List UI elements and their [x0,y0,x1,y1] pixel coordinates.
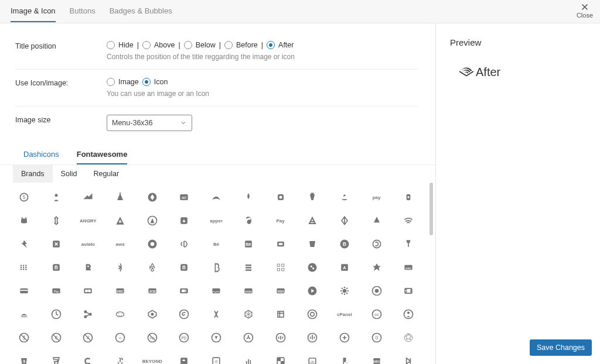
icon-amazon-pay[interactable]: pay [366,188,388,206]
icon-app-store[interactable] [141,212,163,229]
icon-algolia[interactable] [270,188,292,206]
radio-after[interactable] [267,41,275,49]
icon-cloudversify[interactable] [109,305,131,323]
subcat-regular[interactable]: Regular [85,165,127,183]
icon-blogger[interactable]: B [45,259,67,276]
icon-creative-commons-sampling-plus[interactable] [301,329,323,346]
radio-icon[interactable] [142,78,151,86]
icon-confluence[interactable] [205,305,227,323]
icon-creative-commons-pd[interactable]: PD [141,329,163,346]
icon-bandcamp[interactable] [141,235,163,253]
icon-app-store-ios[interactable] [173,212,195,229]
icon-affiliatetheme[interactable] [205,188,227,206]
icon-creative-commons-nc-jp[interactable]: ¥ [77,329,99,346]
icon-css3-alt[interactable] [45,352,67,364]
icon-accessible-icon[interactable] [45,188,67,206]
icon-avianex[interactable] [45,235,67,253]
tab-image-icon[interactable]: Image & Icon [11,1,56,22]
radio-before[interactable] [224,41,233,49]
icon-apple-pay[interactable]: Pay [270,212,292,229]
icon-creative-commons-share[interactable] [333,329,356,346]
icon-cloudsmith[interactable] [77,305,99,323]
icon-buy-n-large[interactable] [301,259,323,276]
icon-artstation[interactable] [301,212,323,229]
icon-accusoft[interactable] [77,188,99,206]
scrollbar[interactable] [429,183,433,235]
icon-connectdevelop[interactable] [237,305,260,323]
icon-buysellads[interactable]: A [333,259,356,276]
icon-airbnb[interactable] [237,188,260,206]
icon-creative-commons-by[interactable] [397,305,420,323]
icon-autoprefixer[interactable] [13,235,35,253]
icon-black-tie[interactable] [397,235,420,253]
icon-angrycreative[interactable]: ANGRY [77,212,99,229]
icon-d-and-d[interactable] [109,352,131,364]
icon-bimobject[interactable] [270,235,292,253]
icon-cpanel[interactable]: cPanel [333,305,356,323]
icon-dhl[interactable] [397,352,420,364]
icon-bity[interactable] [366,235,388,253]
icon-blogger-b[interactable] [77,259,99,276]
icon-creative-commons-sampling[interactable] [270,329,292,346]
icon-cotton-bureau[interactable] [301,305,323,323]
icon-cloudscale[interactable] [45,305,67,323]
icon-cuttlefish[interactable] [77,352,99,364]
icon-buffer[interactable] [237,259,260,276]
icon-aws[interactable]: aws [109,235,131,253]
icon-cc-stripe[interactable]: stripe [237,282,260,300]
tab-fontawesome[interactable]: Fontawesome [77,145,128,164]
icon-angular[interactable] [109,212,131,229]
icon-deezer[interactable]: d [205,352,227,364]
subcat-solid[interactable]: Solid [53,165,86,183]
icon-cc-diners-club[interactable] [77,282,99,300]
icon-centercode[interactable] [301,282,323,300]
tab-buttons[interactable]: Buttons [70,1,96,22]
icon-chromecast[interactable] [397,282,420,300]
icon-blackberry[interactable] [13,259,35,276]
icon-cc-amazon-pay[interactable]: pay [397,259,420,276]
icon-deviantart[interactable]: DEV [366,352,388,364]
icon-cloudflare[interactable] [13,305,35,323]
icon-bitbucket[interactable] [301,235,323,253]
radio-hide[interactable] [107,41,115,49]
icon-codepen[interactable] [141,305,163,323]
icon-btc[interactable] [205,259,227,276]
icon-creative-commons-zero[interactable]: 0 [366,329,388,346]
icon-amilia[interactable] [397,188,420,206]
icon-apple[interactable] [237,212,260,229]
icon-cc-jcb[interactable]: JCB [141,282,163,300]
icon-android[interactable] [13,212,35,229]
icon-audible[interactable] [397,212,420,229]
tab-dashicons[interactable]: Dashicons [23,145,59,164]
icon-behance-square[interactable]: Bē [237,235,260,253]
radio-above[interactable] [142,41,151,49]
icon-creative-commons-nc[interactable]: $ [13,329,35,346]
icon-dev[interactable] [333,352,356,364]
icon-css3[interactable]: 3 [13,352,35,364]
icon-creative-commons-nd[interactable]: = [109,329,131,346]
icon-delicious[interactable] [237,352,260,364]
icon-creative-commons-remix[interactable] [205,329,227,346]
icon-atlassian[interactable] [366,212,388,229]
icon-centos[interactable] [333,282,356,300]
icon-500px[interactable]: 5 [13,188,35,206]
icon-dashcube[interactable] [173,352,195,364]
icon-codiepie[interactable] [173,305,195,323]
icon-cc-visa[interactable]: VISA [270,282,292,300]
icon-bluetooth[interactable] [109,259,131,276]
tab-badges[interactable]: Badges & Bubbles [110,1,172,22]
icon-adn[interactable] [141,188,163,206]
icon-alipay[interactable] [301,188,323,206]
icon-cc-mastercard[interactable] [173,282,195,300]
icon-grid[interactable]: 5adpayANGRYapperPayaviatoawsBēBēBBBApayP… [0,183,435,364]
subcat-brands[interactable]: Brands [13,165,53,183]
icon-deskpro[interactable]: dd [301,352,323,364]
radio-image[interactable] [107,78,115,86]
image-size-select[interactable]: Menu-36x36 [107,115,192,131]
icon-cc-paypal[interactable]: PayPal [205,282,227,300]
icon-angellist[interactable] [45,212,67,229]
icon-cc-discover[interactable]: DISC [109,282,131,300]
icon-battle-net[interactable] [173,235,195,253]
icon-creative-commons-pd-alt[interactable]: PD [173,329,195,346]
icon-creative-commons-sa[interactable] [237,329,260,346]
